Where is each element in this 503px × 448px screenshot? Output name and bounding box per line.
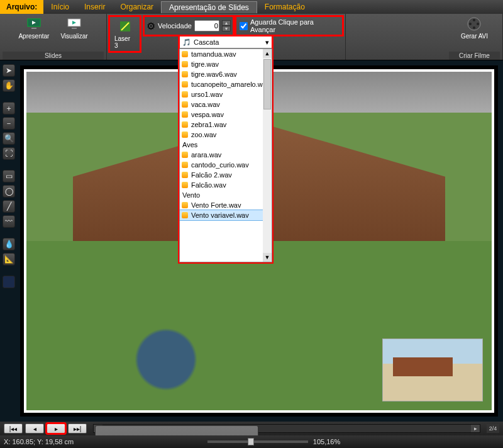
svg-rect-1	[31, 28, 36, 29]
list-item[interactable]: tigre.wav	[180, 59, 263, 69]
measure-tool[interactable]: 📐	[3, 253, 15, 266]
horizontal-scrollbar[interactable]: ◂ ▸	[93, 424, 480, 433]
laser-label: Laser 3	[114, 35, 135, 49]
zoom-fit-tool[interactable]: ⛶	[3, 147, 15, 160]
sound-icon: 🎵	[182, 38, 191, 47]
chevron-down-icon: ▾	[265, 38, 269, 47]
speed-icon: ⚙	[146, 20, 155, 32]
wait-click-label: Aguarda Clique para Avançar	[250, 18, 339, 33]
list-item[interactable]: Falcão 2.wav	[180, 170, 263, 180]
line-tool[interactable]: ╱	[3, 200, 15, 213]
file-menu[interactable]: Arquivo:	[0, 0, 43, 14]
zoom-knob[interactable]	[248, 438, 254, 445]
laser-icon	[118, 19, 133, 34]
eyedropper-tool[interactable]: 💧	[3, 238, 15, 250]
speed-input[interactable]	[194, 20, 219, 31]
tab-organizar[interactable]: Organizar	[113, 1, 161, 13]
scroll-thumb[interactable]	[263, 59, 271, 109]
nav-last[interactable]: ▸▸|	[68, 423, 87, 434]
avi-label: Gerar AVI	[461, 33, 488, 40]
monitor-preview-icon	[67, 16, 82, 31]
svg-point-9	[473, 19, 475, 21]
cursor-coordinates: X: 160.85; Y: 19,58 cm	[4, 438, 74, 445]
zoom-slider[interactable]	[207, 440, 308, 443]
list-item[interactable]: cantodo_curio.wav	[180, 160, 263, 170]
speed-up[interactable]: ▲	[222, 20, 231, 26]
laser-button[interactable]: Laser 3	[109, 16, 140, 52]
list-category: Aves	[180, 140, 263, 150]
list-item[interactable]: tigre.wav6.wav	[180, 69, 263, 79]
present-label: Apresentar	[18, 33, 49, 40]
page-indicator: 2/4	[487, 424, 499, 433]
speed-label: Velocidade	[158, 22, 192, 30]
scroll-up[interactable]: ▲	[263, 49, 272, 58]
list-item[interactable]: tamandua.wav	[180, 49, 263, 59]
ribbon-group-movie: Gerar AVI Criar Filme	[446, 14, 503, 60]
wait-click-input[interactable]	[240, 22, 248, 30]
color-swatch[interactable]	[3, 276, 15, 288]
zoom-in-tool[interactable]: ＋	[3, 102, 15, 115]
vertical-toolbar: ➤ ✋ ＋ － 🔍 ⛶ ▭ ◯ ╱ 〰 💧 📐	[0, 60, 18, 292]
slide-thumbnail[interactable]	[382, 339, 483, 401]
tab-inserir[interactable]: Inserir	[77, 1, 113, 13]
navigation-bar: |◂◂ ◂ ▸ ▸▸| ◂ ▸ 2/4	[0, 422, 503, 435]
list-item[interactable]: tucanopeito_amarelo.wav	[180, 79, 263, 89]
present-button[interactable]: Apresentar	[18, 16, 49, 40]
zoom-region-tool[interactable]: 🔍	[3, 132, 15, 145]
scroll-down[interactable]: ▼	[263, 253, 272, 262]
list-item[interactable]: urso1.wav	[180, 89, 263, 99]
speed-down[interactable]: ▼	[222, 26, 231, 31]
film-reel-icon	[467, 16, 482, 31]
zoom-out-tool[interactable]: －	[3, 117, 15, 130]
svg-point-10	[477, 23, 479, 25]
hscroll-right[interactable]: ▸	[471, 425, 480, 432]
pan-tool[interactable]: ✋	[3, 79, 15, 92]
list-item[interactable]: Falcão.wav	[180, 180, 263, 190]
ellipse-tool[interactable]: ◯	[3, 185, 15, 198]
ribbon-group-slides: Apresentar Visualizar Slides	[0, 14, 107, 60]
sound-select[interactable]: 🎵Cascata ▾	[179, 36, 272, 48]
wait-click-checkbox[interactable]: Aguarda Clique para Avançar	[236, 16, 343, 35]
list-item[interactable]: Vento variavel.wav	[180, 210, 263, 220]
zoom-control: 105,16%	[207, 438, 340, 445]
list-category: Vento	[180, 190, 263, 200]
speed-control: ⚙ Velocidade ▲ ▼	[144, 16, 233, 35]
nav-first[interactable]: |◂◂	[4, 423, 23, 434]
tab-apresentacao[interactable]: Apresentação de Slides	[161, 1, 257, 13]
tab-formatacao[interactable]: Formatação	[257, 1, 312, 13]
monitor-play-icon	[26, 16, 41, 31]
list-item[interactable]: vaca.wav	[180, 99, 263, 109]
zoom-value: 105,16%	[313, 438, 340, 445]
generate-avi-button[interactable]: Gerar AVI	[461, 16, 488, 40]
list-scrollbar[interactable]: ▲ ▼	[263, 49, 272, 262]
menubar: Arquivo: Início Inserir Organizar Aprese…	[0, 0, 503, 14]
curve-tool[interactable]: 〰	[3, 215, 15, 228]
select-tool[interactable]: ➤	[3, 64, 15, 77]
svg-rect-4	[72, 28, 77, 29]
sound-dropdown: 🎵Cascata ▾ tamandua.wavtigre.wavtigre.wa…	[179, 36, 272, 262]
group-movie-label: Criar Filme	[449, 52, 500, 60]
status-bar: X: 160.85; Y: 19,58 cm 105,16%	[0, 435, 503, 448]
list-item[interactable]: zebra1.wav	[180, 120, 263, 130]
list-item[interactable]: Vento Forte.wav	[180, 200, 263, 210]
nav-play[interactable]: ▸	[47, 423, 65, 434]
rect-tool[interactable]: ▭	[3, 170, 15, 182]
svg-point-11	[473, 26, 475, 29]
tab-inicio[interactable]: Início	[43, 1, 77, 13]
list-item[interactable]: zoo.wav	[180, 130, 263, 140]
sound-selected: Cascata	[194, 38, 219, 46]
group-slides-label: Slides	[3, 52, 104, 60]
list-item[interactable]: arara.wav	[180, 150, 263, 160]
sound-list: tamandua.wavtigre.wavtigre.wav6.wavtucan…	[179, 48, 272, 262]
visualize-button[interactable]: Visualizar	[60, 16, 87, 40]
svg-point-12	[469, 23, 472, 25]
nav-prev[interactable]: ◂	[25, 423, 44, 434]
list-item[interactable]: vespa.wav	[180, 109, 263, 120]
visualize-label: Visualizar	[60, 33, 87, 40]
